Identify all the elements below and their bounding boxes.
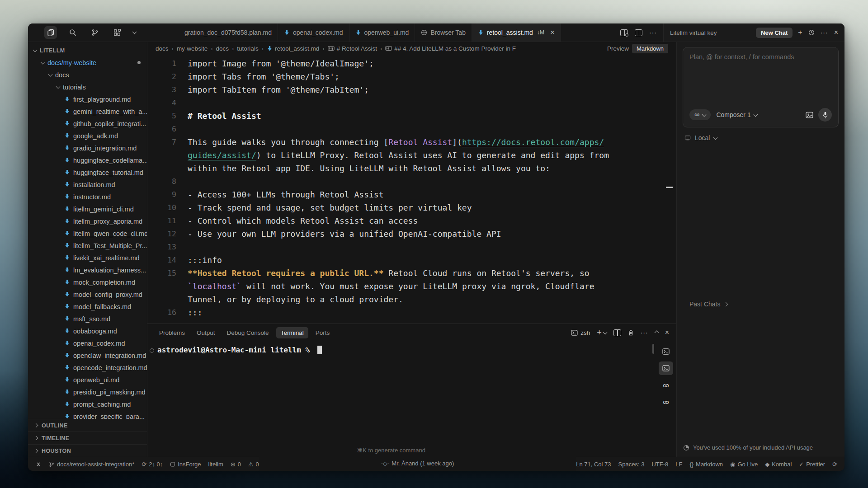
new-terminal-button[interactable]: + — [597, 328, 607, 337]
file-item[interactable]: google_adk.md — [28, 130, 147, 142]
status-errors[interactable]: ⊗0 — [231, 461, 241, 468]
panel-close-icon[interactable]: × — [834, 29, 838, 36]
terminal-session-infinity[interactable]: ∞ — [659, 378, 673, 392]
file-item[interactable]: openclaw_integration.md — [28, 349, 147, 361]
breadcrumb-item[interactable]: # Retool Assist — [328, 45, 377, 52]
search-icon[interactable] — [66, 26, 79, 39]
status-go-live[interactable]: ◉Go Live — [730, 461, 758, 468]
file-item[interactable]: huggingface_codellama... — [28, 154, 147, 166]
tab-close-icon[interactable]: × — [550, 28, 555, 37]
status-cursor-position[interactable]: Ln 71, Col 73 — [576, 461, 611, 468]
mic-button[interactable] — [818, 108, 832, 122]
terminal-more-icon[interactable]: ··· — [641, 329, 648, 336]
tab-browser-tab[interactable]: Browser Tab — [415, 23, 472, 42]
terminal-session-terminal[interactable] — [659, 361, 673, 375]
chevron-down-icon[interactable] — [132, 30, 137, 34]
file-item[interactable]: lm_evaluation_harness... — [28, 264, 147, 276]
status-sync[interactable]: ⟳2↓ 0↑ — [142, 461, 163, 468]
terminal-session-terminal[interactable] — [659, 345, 673, 358]
preview-button[interactable]: Preview — [607, 45, 629, 52]
file-item[interactable]: msft_sso.md — [28, 313, 147, 325]
status-warnings[interactable]: ⚠0 — [248, 461, 259, 468]
close-panel-icon[interactable]: × — [665, 329, 669, 336]
breadcrumb-item[interactable]: my-website — [177, 45, 208, 52]
status-remote[interactable] — [35, 461, 42, 467]
sidebar-section-houston[interactable]: HOUSTON — [28, 444, 147, 457]
status-prettier[interactable]: ✓Prettier — [799, 461, 825, 468]
panel-tab-problems[interactable]: Problems — [155, 327, 189, 338]
file-item[interactable]: presidio_pii_masking.md — [28, 386, 147, 398]
file-item[interactable]: first_playground.md — [28, 93, 147, 105]
panel-tab-output[interactable]: Output — [192, 327, 220, 338]
extensions-icon[interactable] — [111, 26, 123, 39]
file-item[interactable]: model_fallbacks.md — [28, 300, 147, 313]
mode-selector-local[interactable]: Local — [683, 134, 839, 141]
kill-terminal-icon[interactable] — [628, 329, 634, 336]
split-editor-search-icon[interactable] — [620, 29, 628, 36]
file-item[interactable]: provider_specific_para... — [28, 410, 147, 419]
composer-selector[interactable]: Composer 1 — [716, 111, 757, 118]
sidebar-section-timeline[interactable]: TIMELINE — [28, 432, 147, 444]
explorer-icon[interactable] — [44, 26, 57, 39]
file-item[interactable]: model_config_proxy.md — [28, 288, 147, 300]
editor-code-area[interactable]: 1import Image from '@theme/IdealImage';2… — [147, 55, 676, 324]
breadcrumb-item[interactable]: retool_assist.md — [267, 45, 319, 52]
editor-more-actions-icon[interactable]: ··· — [649, 29, 657, 36]
file-item[interactable]: huggingface_tutorial.md — [28, 166, 147, 178]
file-item[interactable]: litellm_Test_Multiple_Pr... — [28, 239, 147, 252]
chat-input-box[interactable]: Plan, @ for context, / for commands ∞ Co… — [683, 47, 839, 127]
attach-image-icon[interactable] — [806, 112, 813, 118]
panel-tab-terminal[interactable]: Terminal — [276, 327, 308, 338]
terminal-scrollbar[interactable] — [652, 344, 654, 354]
project-root[interactable]: LITELLM — [28, 44, 147, 56]
file-item[interactable]: livekit_xai_realtime.md — [28, 252, 147, 264]
history-clock-icon[interactable] — [808, 29, 815, 36]
file-item[interactable]: github_copilot_integrati... — [28, 117, 147, 130]
file-item[interactable]: litellm_qwen_code_cli.md — [28, 227, 147, 239]
status-blame[interactable]: -◇-Mr. Ånand (1 week ago) — [381, 460, 454, 467]
status-branch[interactable]: docs/retool-assist-integration* — [49, 461, 134, 468]
tab-openweb-ui[interactable]: openweb_ui.md — [349, 23, 415, 42]
maximize-panel-icon[interactable] — [654, 330, 659, 335]
new-chat-button[interactable]: New Chat — [756, 28, 793, 38]
breadcrumb-item[interactable]: ## 4. Add LiteLLM as a Custom Provider i… — [385, 45, 516, 52]
status-kombai[interactable]: ◆Kombai — [765, 461, 792, 468]
status-insforge[interactable]: InsForge — [170, 461, 201, 468]
breadcrumb-item[interactable]: tutorials — [237, 45, 258, 52]
file-item[interactable]: gemini_realtime_with_a... — [28, 105, 147, 117]
file-item[interactable]: instructor.md — [28, 191, 147, 203]
folder-item[interactable]: docs/my-website — [28, 56, 147, 69]
file-item[interactable]: litellm_gemini_cli.md — [28, 203, 147, 215]
panel-tab-ports[interactable]: Ports — [311, 327, 335, 338]
past-chats-section[interactable]: Past Chats — [689, 300, 727, 308]
file-item[interactable]: opencode_integration.md — [28, 361, 147, 374]
file-item[interactable]: litellm_proxy_aporia.md — [28, 215, 147, 227]
file-item[interactable]: prompt_caching.md — [28, 398, 147, 410]
tab-plan-doc[interactable]: gration_doc_d075fd58.plan.md — [163, 23, 278, 42]
file-item[interactable]: openai_codex.md — [28, 337, 147, 349]
model-selector[interactable]: ∞ — [689, 109, 711, 120]
folder-item[interactable]: tutorials — [28, 81, 147, 93]
markdown-mode-button[interactable]: Markdown — [632, 44, 668, 53]
status-encoding[interactable]: UTF-8 — [651, 461, 668, 468]
status-indentation[interactable]: Spaces: 3 — [618, 461, 645, 468]
file-item[interactable]: oobabooga.md — [28, 325, 147, 337]
panel-more-icon[interactable]: ··· — [821, 29, 828, 36]
breadcrumb-item[interactable]: docs — [216, 45, 229, 52]
file-item[interactable]: gradio_integration.md — [28, 142, 147, 154]
terminal-session-infinity[interactable]: ∞ — [659, 395, 673, 408]
terminal-output[interactable]: astrodevil@Astro-Mac-mini litellm % ⌘K t… — [147, 341, 656, 457]
split-terminal-icon[interactable] — [613, 329, 621, 336]
tab-retool-assist[interactable]: retool_assist.md↓M× — [472, 23, 561, 42]
source-control-icon[interactable] — [89, 26, 101, 39]
status-litellm[interactable]: litellm — [208, 461, 223, 468]
split-editor-icon[interactable] — [635, 29, 642, 36]
breadcrumb-item[interactable]: docs — [156, 45, 169, 52]
sidebar-section-outline[interactable]: OUTLINE — [28, 419, 147, 432]
file-item[interactable]: installation.md — [28, 178, 147, 191]
file-item[interactable]: mock_completion.md — [28, 276, 147, 288]
status-eol[interactable]: LF — [675, 461, 682, 468]
status-notifications[interactable]: ⟳ — [832, 461, 837, 468]
folder-item[interactable]: docs — [28, 69, 147, 81]
shell-indicator[interactable]: zsh — [571, 329, 590, 336]
